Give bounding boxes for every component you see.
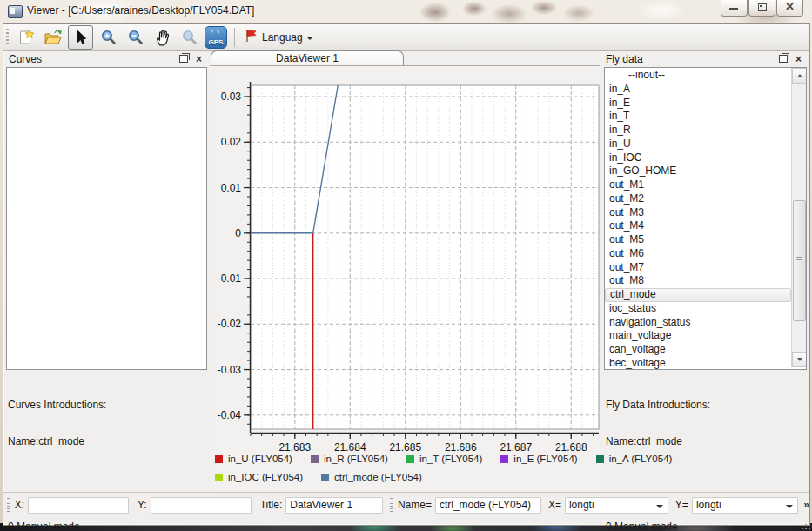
- restore-button[interactable]: [748, 0, 775, 17]
- y-axis-select-label: Y=: [675, 499, 688, 511]
- arrow-up-icon: [797, 74, 802, 77]
- fly-data-intro-title: Fly Data Introductions:: [606, 399, 743, 411]
- toolbar-grip[interactable]: [6, 29, 9, 46]
- minimize-icon: [729, 8, 738, 10]
- chart-area[interactable]: 0.030.020.010-0.01-0.02-0.03-0.0421.6832…: [210, 65, 600, 493]
- mode-description-line: 0.Manual mode: [8, 521, 145, 531]
- fly-data-item--inout-[interactable]: --inout--: [605, 69, 791, 83]
- legend-label: ctrl_mode (FLY054): [334, 472, 422, 482]
- curves-float-button[interactable]: [177, 53, 190, 65]
- zoom-disabled-button[interactable]: [178, 26, 201, 49]
- curves-panel-titlebar[interactable]: Curves ×: [3, 50, 209, 67]
- svg-text:0.02: 0.02: [221, 136, 242, 148]
- fly-data-list[interactable]: --inout--in_Ain_Ein_Tin_Rin_Uin_IOCin_GO…: [604, 67, 807, 370]
- select-cursor-button[interactable]: [68, 25, 93, 50]
- legend-label: in_IOC (FLY054): [228, 472, 303, 482]
- tab-dataviewer-1[interactable]: DataViewer 1: [211, 50, 404, 65]
- legend-item: in_R (FLY054): [311, 454, 388, 464]
- curve-name-input[interactable]: [435, 497, 541, 514]
- zoom-out-button[interactable]: [124, 26, 147, 49]
- fly-data-item-out-m1[interactable]: out_M1: [605, 178, 791, 192]
- scroll-down-button[interactable]: [792, 352, 807, 367]
- pan-hand-button[interactable]: [151, 26, 174, 49]
- x-coord-label: X:: [15, 499, 24, 511]
- curves-intro-name: Name:ctrl_mode: [8, 435, 145, 447]
- legend-swatch-icon: [406, 455, 414, 463]
- float-icon: [179, 55, 188, 63]
- fly-data-item-bec-voltage[interactable]: bec_voltage: [605, 357, 791, 370]
- legend-label: in_U (FLY054): [228, 454, 292, 464]
- status-bar: X: Y: Title: Name= X= longti Y= longti »: [3, 492, 809, 517]
- open-file-button[interactable]: [41, 26, 64, 49]
- y-coord-input[interactable]: [151, 497, 252, 514]
- fly-data-item-in-ioc[interactable]: in_IOC: [605, 151, 791, 165]
- fly-data-close-button[interactable]: ×: [792, 53, 805, 65]
- fly-data-item-in-r[interactable]: in_R: [605, 124, 791, 138]
- scrollbar-thumb[interactable]: [793, 200, 806, 321]
- curves-close-button[interactable]: ×: [192, 53, 205, 65]
- svg-text:0.03: 0.03: [221, 91, 242, 103]
- fly-data-item-ioc-status[interactable]: ioc_status: [605, 302, 791, 316]
- scroll-up-button[interactable]: [792, 68, 807, 84]
- toolbar-overflow-button[interactable]: »: [803, 499, 809, 511]
- legend-item: in_IOC (FLY054): [215, 472, 303, 482]
- fly-data-item-in-go-home[interactable]: in_GO_HOME: [605, 165, 791, 178]
- fly-data-item-in-t[interactable]: in_T: [605, 110, 791, 124]
- thumb-grip-icon: [796, 257, 802, 262]
- title-input[interactable]: [285, 497, 383, 514]
- minimize-button[interactable]: [721, 0, 748, 17]
- fly-data-item-in-e[interactable]: in_E: [605, 97, 791, 111]
- resize-grip[interactable]: [801, 520, 810, 529]
- fly-data-item-out-m7[interactable]: out_M7: [605, 261, 791, 275]
- statusbar-grip[interactable]: [390, 498, 393, 512]
- legend-item: in_U (FLY054): [215, 454, 292, 464]
- svg-text:-0.04: -0.04: [218, 409, 242, 421]
- mode-description-line: 0.Manual mode: [606, 521, 743, 531]
- fly-data-item-out-m8[interactable]: out_M8: [605, 274, 791, 288]
- fly-data-item-out-m6[interactable]: out_M6: [605, 247, 791, 261]
- title-bar[interactable]: Viewer - [C:/Users/araines/Desktop/FLY05…: [0, 0, 812, 23]
- fly-data-item-main-voltage[interactable]: main_voltage: [605, 329, 791, 343]
- close-button[interactable]: ✕: [776, 0, 803, 17]
- restore-icon: [758, 3, 767, 11]
- fly-data-intro-name: Name:ctrl_mode: [606, 435, 743, 447]
- fly-data-item-out-m4[interactable]: out_M4: [605, 219, 791, 233]
- svg-text:-0.02: -0.02: [218, 318, 242, 330]
- gps-label: GPS: [209, 38, 224, 46]
- svg-text:-0.01: -0.01: [218, 272, 242, 285]
- fly-data-panel: Fly data × --inout--in_Ain_Ein_Tin_Rin_U…: [601, 50, 809, 492]
- new-file-button[interactable]: [14, 26, 37, 49]
- x-axis-combobox[interactable]: longti: [565, 497, 668, 514]
- zoom-out-icon: [127, 29, 144, 46]
- statusbar-grip[interactable]: [7, 498, 10, 512]
- fly-data-item-can-voltage[interactable]: can_voltage: [605, 343, 791, 357]
- y-axis-selected-value: longti: [696, 499, 721, 511]
- legend-item: ctrl_mode (FLY054): [321, 472, 422, 482]
- x-coord-input[interactable]: [28, 497, 129, 514]
- y-axis-combobox[interactable]: longti: [692, 497, 798, 514]
- fly-data-item-in-a[interactable]: in_A: [605, 83, 791, 97]
- legend-swatch-icon: [321, 474, 329, 481]
- fly-data-item-out-m5[interactable]: out_M5: [605, 233, 791, 247]
- fly-data-item-out-m3[interactable]: out_M3: [605, 206, 791, 220]
- legend-swatch-icon: [215, 474, 223, 481]
- fly-data-item-out-m2[interactable]: out_M2: [605, 192, 791, 206]
- language-menu-label[interactable]: Languag: [262, 31, 303, 44]
- svg-text:-0.03: -0.03: [218, 364, 242, 376]
- curves-intro-title: Curves Introductions:: [8, 399, 145, 411]
- fly-data-item-navigation-status[interactable]: navigation_status: [605, 316, 791, 330]
- gps-button[interactable]: GPS: [205, 26, 227, 49]
- fly-data-item-in-u[interactable]: in_U: [605, 138, 791, 151]
- close-icon: ×: [795, 54, 802, 64]
- float-icon: [779, 55, 788, 63]
- open-folder-icon: [44, 29, 63, 46]
- fly-data-scrollbar[interactable]: [791, 68, 806, 367]
- legend-item: in_T (FLY054): [406, 454, 482, 464]
- plot-canvas[interactable]: 0.030.020.010-0.01-0.02-0.03-0.0421.6832…: [210, 66, 600, 493]
- curves-list[interactable]: [6, 67, 207, 370]
- zoom-in-button[interactable]: [97, 26, 120, 49]
- y-coord-label: Y:: [138, 499, 147, 511]
- fly-data-panel-titlebar[interactable]: Fly data ×: [601, 50, 809, 67]
- fly-data-item-ctrl-mode[interactable]: ctrl_mode: [605, 288, 791, 302]
- fly-data-float-button[interactable]: [776, 53, 789, 65]
